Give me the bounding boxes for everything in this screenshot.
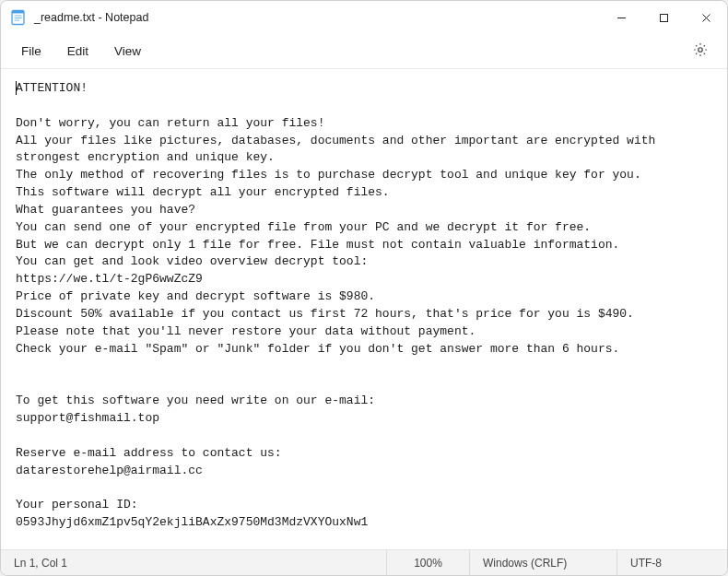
svg-rect-1	[12, 11, 24, 14]
status-zoom: 100%	[386, 550, 469, 575]
menu-view[interactable]: View	[101, 39, 154, 64]
svg-point-9	[699, 47, 703, 52]
status-line-ending: Windows (CRLF)	[469, 550, 616, 575]
text-area[interactable]: ATTENTION! Don't worry, you can return a…	[1, 69, 727, 549]
status-encoding: UTF-8	[616, 550, 727, 575]
menu-edit[interactable]: Edit	[54, 39, 101, 64]
titlebar: _readme.txt - Notepad	[1, 1, 727, 34]
statusbar: Ln 1, Col 1 100% Windows (CRLF) UTF-8	[1, 549, 727, 575]
menu-file[interactable]: File	[8, 39, 54, 64]
gear-icon	[692, 41, 709, 62]
svg-rect-6	[660, 14, 667, 21]
notepad-icon	[10, 9, 27, 26]
settings-button[interactable]	[685, 36, 716, 67]
notepad-window: _readme.txt - Notepad File Edit View	[0, 0, 728, 576]
minimize-button[interactable]	[600, 1, 642, 34]
close-button[interactable]	[685, 1, 727, 34]
window-controls	[600, 1, 727, 34]
window-title: _readme.txt - Notepad	[34, 11, 148, 24]
menubar: File Edit View	[1, 34, 727, 69]
status-position: Ln 1, Col 1	[1, 550, 386, 575]
maximize-button[interactable]	[642, 1, 685, 34]
